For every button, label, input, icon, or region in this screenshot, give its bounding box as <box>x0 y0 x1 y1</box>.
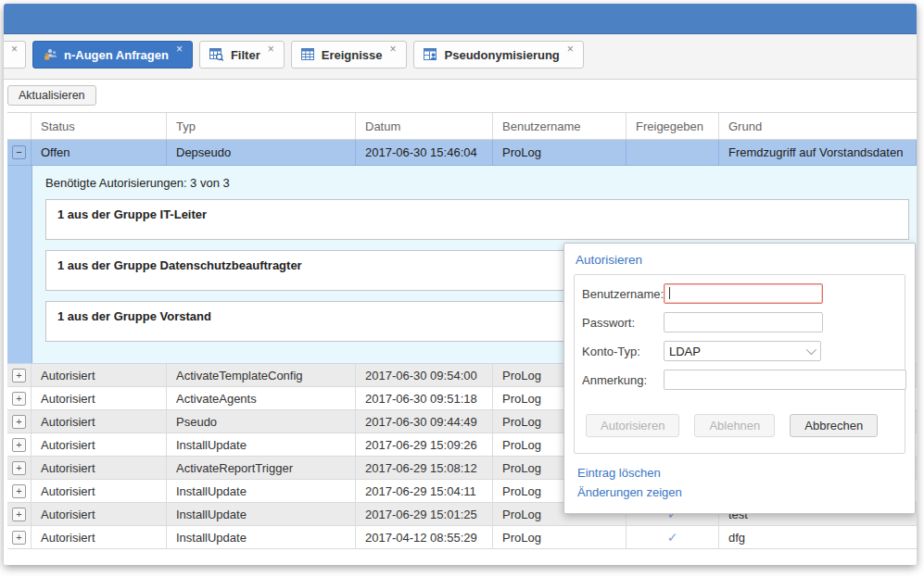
close-icon[interactable]: × <box>11 44 18 55</box>
cancel-button[interactable]: Abbrechen <box>790 414 878 437</box>
cell-grund: Fremdzugriff auf Vorstandsdaten <box>719 140 917 165</box>
cell-status: Autorisiert <box>32 364 167 386</box>
window-titlebar <box>4 4 917 34</box>
required-authorizations-label: Benötigte Autorisierungen: 3 von 3 <box>45 176 909 190</box>
users-lock-icon <box>43 48 57 61</box>
tab-label: Pseudonymisierung <box>445 48 560 62</box>
benutzername-field[interactable] <box>664 283 823 304</box>
cell-datum: 2017-06-30 09:51:18 <box>356 387 493 409</box>
passwort-label: Passwort: <box>582 316 664 330</box>
expand-row-icon[interactable]: + <box>12 438 26 452</box>
group-requirement-label: 1 aus der Gruppe Datenschutzbeauftragter <box>57 258 302 272</box>
tab-partial[interactable]: × <box>4 41 26 69</box>
cell-datum: 2017-06-29 15:04:11 <box>356 480 493 502</box>
expand-row-icon[interactable]: + <box>12 392 26 406</box>
cell-status: Autorisiert <box>32 526 167 548</box>
expand-row-icon[interactable]: + <box>12 369 26 383</box>
column-header-benutzername[interactable]: Benutzername <box>493 113 627 139</box>
cell-datum: 2017-06-29 15:01:25 <box>356 503 493 525</box>
chevron-down-icon <box>806 345 816 355</box>
tab-filter[interactable]: Filter × <box>199 41 285 69</box>
cell-benutzername: ProLog <box>493 140 627 165</box>
close-icon[interactable]: × <box>268 44 274 55</box>
cell-datum: 2017-06-30 15:46:04 <box>356 140 493 165</box>
app-window: × n-Augen Anfragen × <box>4 4 917 565</box>
table-search-icon <box>209 48 224 61</box>
column-header-freigegeben[interactable]: Freigegeben <box>627 113 719 139</box>
cell-typ: ActivateReportTrigger <box>167 457 356 479</box>
table-person-icon <box>424 48 438 61</box>
passwort-field[interactable] <box>664 312 823 332</box>
cell-typ: ActivateTemplateConfig <box>167 364 356 386</box>
cell-typ: Pseudo <box>167 410 356 433</box>
expand-row-icon[interactable]: + <box>12 415 26 429</box>
cell-status: Autorisiert <box>32 457 167 479</box>
column-header-datum[interactable]: Datum <box>356 113 493 139</box>
toolbar: Aktualisieren <box>4 80 917 112</box>
cell-status: Autorisiert <box>32 410 167 433</box>
anmerkung-label: Anmerkung: <box>582 373 664 387</box>
tab-label: n-Augen Anfragen <box>64 48 169 62</box>
authorize-button[interactable]: Autorisieren <box>586 414 679 437</box>
cell-datum: 2017-06-30 09:44:49 <box>356 410 493 433</box>
tab-n-augen-anfragen[interactable]: n-Augen Anfragen × <box>32 41 193 69</box>
tab-ereignisse[interactable]: Ereignisse × <box>291 41 407 69</box>
tab-label: Filter <box>231 48 260 62</box>
cell-datum: 2017-06-30 09:54:00 <box>356 364 493 386</box>
table-row[interactable]: + Autorisiert InstallUpdate 2017-04-12 0… <box>7 526 917 549</box>
column-header-grund[interactable]: Grund <box>719 113 917 139</box>
refresh-button[interactable]: Aktualisieren <box>7 85 96 106</box>
close-icon[interactable]: × <box>390 44 397 55</box>
expand-row-icon[interactable]: + <box>12 508 26 521</box>
authorization-group-box: 1 aus der Gruppe IT-Leiter <box>45 199 909 240</box>
show-changes-link[interactable]: Änderungen zeigen <box>577 483 905 502</box>
expand-row-icon[interactable]: + <box>12 461 26 475</box>
text-caret <box>669 287 670 299</box>
cell-typ: ActivateAgents <box>167 387 356 409</box>
tab-bar: × n-Augen Anfragen × <box>4 34 917 80</box>
cell-status: Offen <box>32 140 167 165</box>
cell-grund: dfg <box>719 526 917 548</box>
selection-strip <box>7 166 32 363</box>
delete-entry-link[interactable]: Eintrag löschen <box>577 463 905 483</box>
cell-typ: InstallUpdate <box>167 526 356 548</box>
cell-typ: Depseudo <box>167 140 356 165</box>
cell-datum: 2017-04-12 08:55:29 <box>356 526 493 548</box>
table-header-row: Status Typ Datum Benutzername Freigegebe… <box>7 112 917 140</box>
dialog-title: Autorisieren <box>576 253 905 267</box>
close-icon[interactable]: × <box>567 44 574 55</box>
cell-datum: 2017-06-29 15:08:12 <box>356 457 493 479</box>
authorize-dialog: Autorisieren Benutzername: Passwort: <box>563 243 916 514</box>
expander-column-header <box>7 113 32 139</box>
tab-pseudonymisierung[interactable]: Pseudonymisierung × <box>413 41 584 69</box>
cell-status: Autorisiert <box>32 433 167 456</box>
dialog-form-panel: Benutzername: Passwort: Konto-Typ: <box>574 274 905 454</box>
tab-label: Ereignisse <box>322 48 383 62</box>
konto-typ-value: LDAP <box>669 345 701 358</box>
table-grid-icon <box>301 48 315 61</box>
group-requirement-label: 1 aus der Gruppe IT-Leiter <box>57 207 207 221</box>
cell-datum: 2017-06-29 15:09:26 <box>356 433 493 456</box>
konto-typ-select[interactable]: LDAP <box>664 341 821 361</box>
n-augen-panel: Aktualisieren Status Typ Datum Benutzern… <box>4 80 917 565</box>
check-icon: ✓ <box>667 530 678 545</box>
anmerkung-field[interactable] <box>664 370 906 390</box>
reject-button[interactable]: Ablehnen <box>694 414 775 437</box>
close-icon[interactable]: × <box>176 44 183 55</box>
group-requirement-label: 1 aus der Gruppe Vorstand <box>57 309 211 323</box>
benutzername-label: Benutzername: <box>582 287 664 301</box>
column-header-typ[interactable]: Typ <box>167 113 356 139</box>
cell-benutzername: ProLog <box>493 526 627 548</box>
expand-row-icon[interactable]: + <box>12 531 26 545</box>
cell-typ: InstallUpdate <box>167 433 356 456</box>
cell-typ: InstallUpdate <box>167 480 356 502</box>
screen: × n-Augen Anfragen × <box>0 0 924 577</box>
cell-freigegeben <box>627 140 719 165</box>
cell-status: Autorisiert <box>32 503 167 525</box>
cell-status: Autorisiert <box>32 480 167 502</box>
expand-row-icon[interactable]: + <box>12 484 26 498</box>
table-row-selected[interactable]: − Offen Depseudo 2017-06-30 15:46:04 Pro… <box>7 140 917 166</box>
collapse-row-icon[interactable]: − <box>12 145 26 159</box>
konto-typ-label: Konto-Typ: <box>582 345 664 358</box>
column-header-status[interactable]: Status <box>32 113 167 139</box>
